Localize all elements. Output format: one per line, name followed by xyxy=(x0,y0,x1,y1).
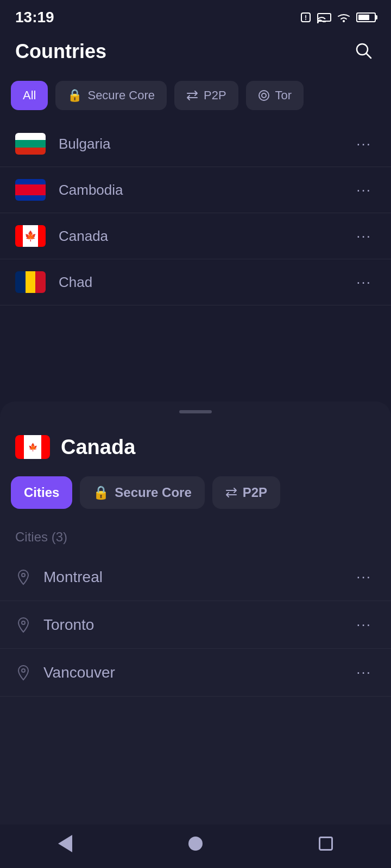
search-button[interactable] xyxy=(351,38,376,65)
flag-bulgaria xyxy=(15,133,46,155)
country-item-canada[interactable]: 🍁 Canada ··· xyxy=(0,213,391,259)
tab-secure-core[interactable]: 🔒 Secure Core xyxy=(55,81,167,110)
sheet-tab-secure-core-label: Secure Core xyxy=(115,485,191,500)
more-button-chad[interactable]: ··· xyxy=(352,272,376,293)
tab-p2p[interactable]: P2P xyxy=(174,81,238,110)
more-button-vancouver[interactable]: ··· xyxy=(352,662,376,683)
home-circle-icon xyxy=(188,837,203,851)
more-button-toronto[interactable]: ··· xyxy=(352,614,376,635)
sheet-header: 🍁 Canada xyxy=(0,430,391,472)
sheet-tab-cities[interactable]: Cities xyxy=(11,476,72,509)
sheet-country-name: Canada xyxy=(61,436,135,459)
sheet-tab-cities-label: Cities xyxy=(24,485,59,500)
nav-bar xyxy=(0,825,391,868)
battery-icon xyxy=(356,12,376,22)
tab-all-label: All xyxy=(23,88,36,103)
city-item-vancouver[interactable]: Vancouver ··· xyxy=(0,649,391,697)
svg-point-8 xyxy=(259,91,269,100)
tab-secure-core-label: Secure Core xyxy=(87,88,155,103)
search-icon xyxy=(354,41,373,60)
country-name-cambodia: Cambodia xyxy=(59,182,352,199)
svg-point-10 xyxy=(22,573,25,577)
more-button-montreal[interactable]: ··· xyxy=(352,566,376,588)
nav-home-button[interactable] xyxy=(172,831,219,856)
svg-line-7 xyxy=(367,54,371,58)
svg-point-12 xyxy=(22,669,25,672)
more-button-bulgaria[interactable]: ··· xyxy=(352,133,376,155)
country-item-cambodia[interactable]: Cambodia ··· xyxy=(0,167,391,213)
country-item-chad[interactable]: Chad ··· xyxy=(0,259,391,305)
svg-point-5 xyxy=(343,20,345,22)
svg-point-6 xyxy=(357,44,368,55)
sheet-tab-secure-core[interactable]: 🔒 Secure Core xyxy=(80,476,204,509)
alert-icon: ! xyxy=(300,11,312,23)
cities-section-header: Cities (3) xyxy=(0,524,391,553)
status-bar: 13:19 ! xyxy=(0,0,391,33)
sheet-tab-p2p[interactable]: P2P xyxy=(212,476,280,509)
country-list: Bulgaria ··· Cambodia ··· 🍁 Canada ··· C… xyxy=(0,121,391,305)
sheet-tab-secure-core-icon: 🔒 xyxy=(93,485,109,500)
location-icon-montreal xyxy=(15,569,31,585)
header: Countries xyxy=(0,33,391,75)
recent-square-icon xyxy=(319,837,333,851)
city-name-toronto: Toronto xyxy=(43,616,352,634)
page-title: Countries xyxy=(15,40,106,63)
sheet-flag-canada: 🍁 xyxy=(15,435,50,459)
back-arrow-icon xyxy=(58,835,72,852)
tab-p2p-label: P2P xyxy=(204,88,226,103)
flag-chad xyxy=(15,271,46,293)
country-name-bulgaria: Bulgaria xyxy=(59,136,352,152)
more-button-canada[interactable]: ··· xyxy=(352,226,376,247)
country-name-canada: Canada xyxy=(59,228,352,245)
status-icons: ! xyxy=(300,11,376,23)
svg-point-11 xyxy=(22,621,25,624)
cast-icon xyxy=(317,11,331,23)
nav-back-button[interactable] xyxy=(42,829,89,858)
sheet-handle xyxy=(179,410,212,413)
city-item-toronto[interactable]: Toronto ··· xyxy=(0,601,391,649)
tab-tor-label: Tor xyxy=(275,88,292,103)
svg-rect-4 xyxy=(323,21,326,22)
tor-icon xyxy=(258,90,270,101)
more-button-cambodia[interactable]: ··· xyxy=(352,180,376,201)
location-icon-toronto xyxy=(15,617,31,633)
tab-tor[interactable]: Tor xyxy=(246,81,304,110)
flag-cambodia xyxy=(15,179,46,201)
p2p-icon xyxy=(186,90,198,101)
status-time: 13:19 xyxy=(15,9,54,26)
tab-all[interactable]: All xyxy=(11,81,48,110)
country-item-bulgaria[interactable]: Bulgaria ··· xyxy=(0,121,391,167)
svg-text:!: ! xyxy=(305,14,307,22)
bottom-sheet: 🍁 Canada Cities 🔒 Secure Core P2P Cities… xyxy=(0,401,391,825)
tab-secure-core-icon: 🔒 xyxy=(67,88,82,103)
sheet-tab-p2p-label: P2P xyxy=(243,485,267,500)
flag-canada: 🍁 xyxy=(15,225,46,247)
city-item-montreal[interactable]: Montreal ··· xyxy=(0,553,391,601)
filter-tabs: All 🔒 Secure Core P2P Tor xyxy=(0,75,391,121)
sheet-p2p-icon xyxy=(225,487,237,499)
nav-recent-button[interactable] xyxy=(302,831,349,856)
location-icon-vancouver xyxy=(15,665,31,681)
city-name-vancouver: Vancouver xyxy=(43,664,352,681)
wifi-icon xyxy=(337,11,351,23)
svg-point-9 xyxy=(262,93,266,98)
city-name-montreal: Montreal xyxy=(43,569,352,586)
country-name-chad: Chad xyxy=(59,274,352,291)
sheet-tabs: Cities 🔒 Secure Core P2P xyxy=(0,472,391,524)
